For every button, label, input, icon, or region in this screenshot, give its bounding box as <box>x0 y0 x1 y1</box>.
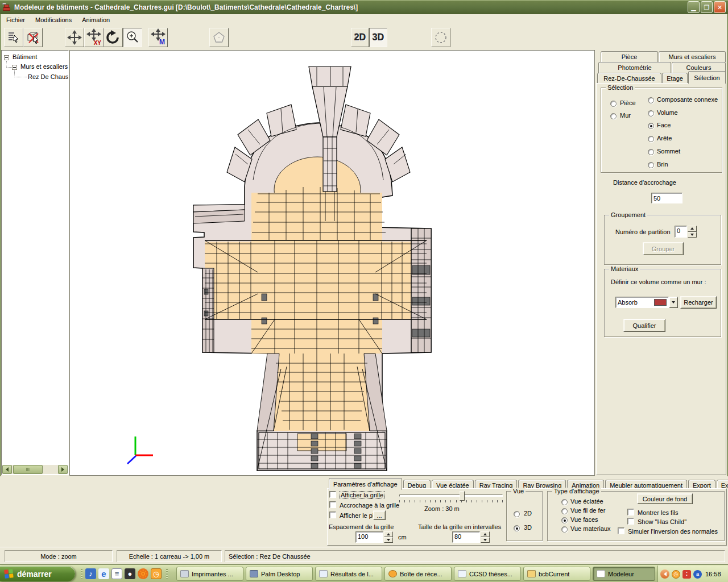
browse-plan-button[interactable]: ... <box>373 510 386 520</box>
delete-box-icon <box>26 30 40 45</box>
zoom-slider-thumb[interactable] <box>460 491 465 501</box>
media-player-icon[interactable]: ♪ <box>85 568 96 579</box>
grid-size-spinner[interactable]: 80 <box>452 531 490 543</box>
title-bar[interactable]: Modeleur de bâtiments - Cathedrale_Chart… <box>0 0 728 14</box>
snap-grid-checkbox[interactable] <box>329 501 336 508</box>
show-grid-checkbox[interactable] <box>329 491 336 498</box>
grouper-button[interactable]: Grouper <box>643 242 684 255</box>
radio-face[interactable] <box>648 123 654 129</box>
collapse-icon[interactable] <box>4 55 9 60</box>
internet-explorer-icon[interactable]: e <box>98 568 109 579</box>
tab-rez-de-chaussee[interactable]: Rez-De-Chaussée <box>597 73 661 84</box>
rotate-tool-button[interactable] <box>104 28 123 47</box>
tree-horizontal-scrollbar[interactable] <box>2 465 68 474</box>
taskbar-item-ccsd-theses[interactable]: CCSD thèses... <box>454 567 521 581</box>
radio-piece[interactable] <box>610 101 617 107</box>
grid-spacing-spinner[interactable]: 100 <box>355 531 393 543</box>
radio-composante-connexe[interactable] <box>648 97 654 103</box>
pan-tool-button[interactable] <box>65 28 84 47</box>
snap-distance-input[interactable]: 50 <box>651 193 682 203</box>
toolbar-grip[interactable] <box>81 569 82 579</box>
tab-photometrie[interactable]: Photométrie <box>598 62 671 73</box>
tray-clock-icon[interactable]: ◷ <box>672 570 680 579</box>
scroll-right-button[interactable] <box>58 465 68 474</box>
simulate-normals-checkbox[interactable] <box>618 527 624 534</box>
zoom-tool-button[interactable] <box>123 28 142 47</box>
3d-viewport[interactable] <box>69 50 595 476</box>
spin-up-button[interactable] <box>688 226 697 232</box>
minimize-button[interactable]: ▁ <box>688 1 700 13</box>
restore-button[interactable]: ❐ <box>701 1 713 13</box>
delete-object-button[interactable] <box>23 28 43 47</box>
camera-icon[interactable]: ● <box>125 568 135 579</box>
spin-up-button[interactable] <box>481 531 490 537</box>
app-window-icon <box>597 570 605 577</box>
taskbar-item-boite-reception[interactable]: Boîte de réce... <box>384 567 452 581</box>
scrollbar-thumb[interactable] <box>13 465 43 474</box>
taskbar-item-resultats[interactable]: Résultats de l... <box>315 567 382 581</box>
scroll-left-button[interactable] <box>2 465 12 474</box>
menu-animation[interactable]: Animation <box>77 15 115 24</box>
tab-piece[interactable]: Pièce <box>601 51 658 62</box>
polygon-tool-button[interactable] <box>209 28 229 47</box>
zoom-slider-track[interactable] <box>399 494 503 497</box>
tab-etage[interactable]: Etage <box>662 73 688 84</box>
tab-parametres-affichage[interactable]: Paramètres d'affichage <box>329 478 402 490</box>
pan-xy-tool-button[interactable]: XY <box>84 28 104 47</box>
radio-volume[interactable] <box>648 110 654 117</box>
spin-up-button[interactable] <box>384 531 393 537</box>
menu-modifications[interactable]: Modifications <box>30 15 77 24</box>
tab-murs-et-escaliers[interactable]: Murs et escaliers <box>659 51 726 62</box>
display-type-title: Type d'affichage <box>552 488 601 494</box>
menu-fichier[interactable]: Fichier <box>1 15 30 24</box>
radio-vue-eclatee[interactable] <box>561 499 568 505</box>
recharger-button[interactable]: Recharger <box>680 296 717 309</box>
pan-m-tool-button[interactable]: M <box>148 28 168 47</box>
partition-number-spinner[interactable]: 0 <box>675 226 697 238</box>
clock-time[interactable]: 16:58 <box>705 571 721 577</box>
close-button[interactable]: ✕ <box>714 1 726 13</box>
show-has-child-checkbox[interactable] <box>627 518 634 525</box>
collapse-icon[interactable] <box>12 65 17 70</box>
material-dropdown-button[interactable] <box>669 297 678 308</box>
document-icon[interactable]: ≡ <box>111 568 122 579</box>
taskbar-item-bcbcurrent[interactable]: bcbCurrent <box>523 567 590 581</box>
tray-messenger-icon[interactable]: ⁚ <box>682 570 691 579</box>
radio-2d[interactable] <box>514 511 520 517</box>
firefox-icon[interactable]: 🔆 <box>138 568 148 579</box>
material-combobox[interactable]: Absorb <box>615 297 669 308</box>
zoom-icon <box>125 30 140 45</box>
clock-icon[interactable]: ◷ <box>151 568 162 579</box>
show-wires-checkbox[interactable] <box>627 509 634 516</box>
tree-item-rez-de-chaussee[interactable]: Rez De Chaussée <box>28 73 69 80</box>
background-color-button[interactable]: Couleur de fond <box>637 493 693 504</box>
circle-select-button[interactable] <box>431 28 450 47</box>
radio-sommet[interactable] <box>648 149 654 155</box>
radio-3d[interactable] <box>514 525 520 531</box>
spin-down-button[interactable] <box>688 232 697 238</box>
view-2d-button[interactable]: 2D <box>351 28 369 47</box>
qualifier-button[interactable]: Qualifier <box>623 319 665 332</box>
spin-down-button[interactable] <box>481 537 490 543</box>
start-button[interactable]: démarrer <box>0 566 75 581</box>
tray-antivirus-icon[interactable]: a <box>693 570 702 579</box>
collapse-chevron-icon[interactable] <box>660 569 669 579</box>
tree-item-batiment[interactable]: Bâtiment <box>13 53 37 60</box>
radio-vue-faces[interactable] <box>561 517 568 523</box>
taskbar-item-imprimantes[interactable]: Imprimantes ... <box>176 567 243 581</box>
toolbar-grip[interactable] <box>166 569 168 579</box>
view-3d-button[interactable]: 3D <box>369 28 387 47</box>
taskbar-item-modeleur[interactable]: Modeleur <box>593 567 655 581</box>
taskbar-item-palm-desktop[interactable]: Palm Desktop <box>246 567 313 581</box>
status-mode: Mode : zoom <box>5 550 113 562</box>
tab-selection[interactable]: Sélection <box>688 71 726 84</box>
radio-brin[interactable] <box>648 162 654 168</box>
radio-vue-materiaux[interactable] <box>561 526 568 533</box>
radio-mur[interactable] <box>610 113 617 119</box>
radio-arete[interactable] <box>648 136 654 142</box>
tree-item-murs-et-escaliers[interactable]: Murs et escaliers <box>20 63 68 70</box>
show-plan-checkbox[interactable] <box>329 512 336 518</box>
radio-vue-fil-de-fer[interactable] <box>561 508 568 514</box>
select-tool-button[interactable] <box>4 28 23 47</box>
spin-down-button[interactable] <box>384 537 393 543</box>
